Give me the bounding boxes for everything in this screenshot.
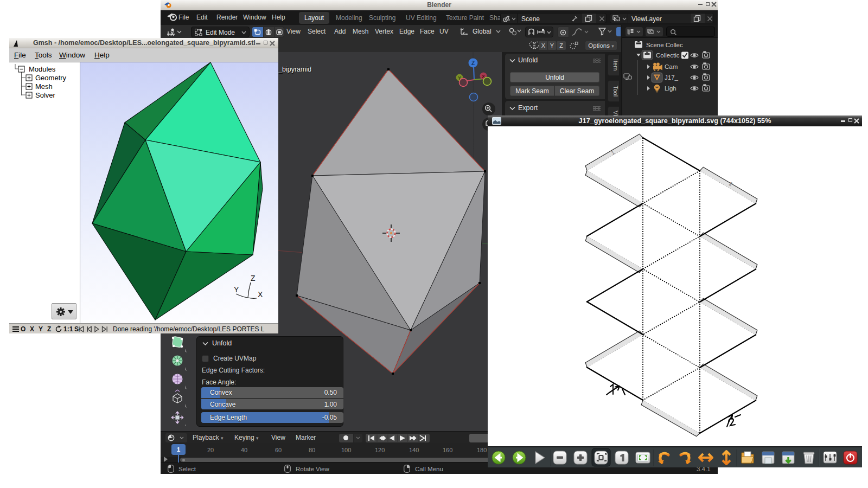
- svg-text:X: X: [258, 290, 263, 299]
- svg-text:J17_: J17_: [665, 74, 679, 81]
- svg-text:Mesh: Mesh: [35, 82, 53, 91]
- svg-text:Y: Y: [234, 285, 239, 294]
- svg-text:Scene Collec: Scene Collec: [646, 42, 683, 48]
- svg-text:Z: Z: [251, 274, 256, 282]
- svg-text:Solver: Solver: [35, 91, 56, 99]
- svg-text:_bipyramid: _bipyramid: [278, 66, 311, 73]
- svg-text:Z: Z: [471, 60, 475, 66]
- svg-text:Geometry: Geometry: [35, 74, 67, 82]
- svg-text:Ligh: Ligh: [665, 85, 676, 92]
- svg-text:Modules: Modules: [29, 65, 56, 73]
- svg-text:Cam: Cam: [665, 63, 678, 70]
- svg-text:Collectic: Collectic: [656, 52, 680, 59]
